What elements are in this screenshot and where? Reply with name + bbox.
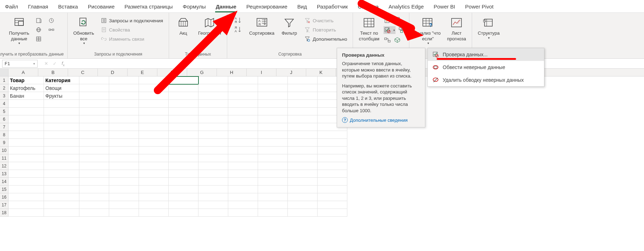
- cell[interactable]: [139, 209, 169, 217]
- cell[interactable]: [44, 123, 79, 131]
- filter-button[interactable]: Фильтр: [279, 14, 300, 38]
- row-header[interactable]: 17: [0, 201, 9, 209]
- cell[interactable]: [169, 162, 198, 170]
- cell[interactable]: [198, 201, 228, 209]
- tab-formulas[interactable]: Формулы: [178, 1, 211, 12]
- cell[interactable]: [288, 170, 318, 178]
- cell[interactable]: [109, 147, 139, 154]
- cell[interactable]: Картофель: [9, 84, 44, 92]
- cell[interactable]: [198, 139, 228, 147]
- cell[interactable]: [139, 131, 169, 139]
- cell[interactable]: [228, 178, 258, 186]
- cell[interactable]: [288, 76, 318, 84]
- cell[interactable]: [79, 76, 109, 84]
- cell[interactable]: [44, 108, 79, 115]
- col-header-I[interactable]: I: [247, 69, 276, 76]
- cell[interactable]: [109, 162, 139, 170]
- row-header[interactable]: 13: [0, 170, 9, 178]
- menu-item-circle-invalid[interactable]: Обвести неверные данные: [428, 61, 544, 74]
- cell[interactable]: Банан: [9, 92, 44, 100]
- cell[interactable]: [9, 115, 44, 123]
- cell[interactable]: [318, 170, 347, 178]
- cancel-formula-button[interactable]: ✕: [42, 61, 50, 66]
- cell[interactable]: [139, 178, 169, 186]
- tab-analytics-edge[interactable]: Analytics Edge: [383, 1, 429, 12]
- cell[interactable]: [228, 201, 258, 209]
- existing-connections-button[interactable]: [46, 25, 57, 34]
- outline-button[interactable]: + Структура▾: [476, 14, 502, 41]
- cell[interactable]: [198, 76, 228, 84]
- cell[interactable]: [9, 131, 44, 139]
- cell[interactable]: [198, 92, 228, 100]
- cell[interactable]: [258, 100, 288, 108]
- cell[interactable]: [288, 123, 318, 131]
- cell[interactable]: [139, 201, 169, 209]
- row-header[interactable]: 1: [0, 76, 9, 84]
- cell[interactable]: [9, 100, 44, 108]
- col-header-C[interactable]: C: [68, 69, 98, 76]
- cell[interactable]: [258, 170, 288, 178]
- cell[interactable]: [318, 162, 347, 170]
- cell[interactable]: [9, 193, 44, 201]
- cell[interactable]: [258, 115, 288, 123]
- tab-help[interactable]: Справка: [353, 1, 383, 12]
- cell[interactable]: [9, 139, 44, 147]
- cell[interactable]: [79, 162, 109, 170]
- col-header-F[interactable]: F: [157, 69, 187, 76]
- col-header-G[interactable]: G: [187, 69, 217, 76]
- cell[interactable]: [198, 186, 228, 193]
- row-header[interactable]: 8: [0, 131, 9, 139]
- row-header[interactable]: 6: [0, 115, 9, 123]
- tab-power-pivot[interactable]: Power Pivot: [460, 1, 498, 12]
- row-header[interactable]: 16: [0, 193, 9, 201]
- col-header-K[interactable]: K: [306, 69, 336, 76]
- forecast-sheet-button[interactable]: Лист прогноза: [445, 14, 468, 43]
- tab-page-layout[interactable]: Разметка страницы: [119, 1, 178, 12]
- cell[interactable]: [288, 100, 318, 108]
- cell[interactable]: [79, 154, 109, 162]
- cell[interactable]: [44, 115, 79, 123]
- cell[interactable]: [288, 162, 318, 170]
- cell[interactable]: [169, 139, 198, 147]
- cell[interactable]: [258, 139, 288, 147]
- col-header-D[interactable]: D: [98, 69, 128, 76]
- cell[interactable]: [258, 209, 288, 217]
- sort-button[interactable]: АЯ Сортировка: [247, 14, 276, 38]
- row-header[interactable]: 14: [0, 178, 9, 186]
- advanced-filter-button[interactable]: Дополнительно: [302, 35, 349, 43]
- cell[interactable]: [228, 193, 258, 201]
- cell[interactable]: [109, 209, 139, 217]
- cell[interactable]: [258, 186, 288, 193]
- cell[interactable]: [169, 170, 198, 178]
- cell[interactable]: [79, 100, 109, 108]
- row-header[interactable]: 10: [0, 147, 9, 154]
- cell[interactable]: [198, 100, 228, 108]
- consolidate-button[interactable]: [398, 26, 405, 34]
- cell[interactable]: [169, 186, 198, 193]
- cell[interactable]: [44, 201, 79, 209]
- recent-sources-button[interactable]: [46, 16, 57, 25]
- cell[interactable]: [79, 178, 109, 186]
- cell[interactable]: [288, 186, 318, 193]
- enter-formula-button[interactable]: ✓: [50, 61, 59, 66]
- cell[interactable]: [9, 123, 44, 131]
- cell[interactable]: [318, 193, 347, 201]
- cell[interactable]: [139, 162, 169, 170]
- cell[interactable]: [258, 108, 288, 115]
- cell[interactable]: [318, 154, 347, 162]
- cell[interactable]: [318, 201, 347, 209]
- from-web-button[interactable]: [33, 25, 44, 34]
- row-header[interactable]: 7: [0, 123, 9, 131]
- cell[interactable]: [198, 108, 228, 115]
- cell[interactable]: [109, 170, 139, 178]
- cell[interactable]: [228, 76, 258, 84]
- cell[interactable]: [228, 100, 258, 108]
- cell[interactable]: [79, 131, 109, 139]
- cell[interactable]: [139, 115, 169, 123]
- cell[interactable]: [44, 186, 79, 193]
- cell[interactable]: [228, 131, 258, 139]
- stocks-button[interactable]: Акц: [173, 14, 194, 38]
- cell[interactable]: [228, 84, 258, 92]
- cell[interactable]: [228, 154, 258, 162]
- cell[interactable]: [288, 201, 318, 209]
